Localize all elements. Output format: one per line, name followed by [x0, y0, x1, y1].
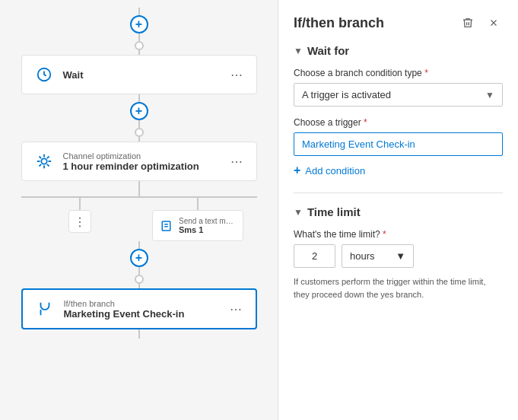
condition-type-value: A trigger is activated: [302, 89, 391, 100]
section-divider: [294, 192, 503, 193]
sms-icon: [160, 218, 174, 234]
wait-step-dots[interactable]: ⋯: [227, 66, 246, 84]
wait-step-card: Wait ⋯: [21, 55, 257, 94]
trigger-input[interactable]: [294, 132, 503, 156]
connector-line-3: [138, 94, 140, 102]
wait-card-left: Wait: [33, 63, 84, 86]
branch-step-title: If/then branch: [64, 299, 185, 308]
branch-card-text: If/then branch Marketing Event Check-in: [64, 299, 185, 320]
time-description: If customers perform the trigger within …: [294, 275, 503, 301]
channel-card-text: Channel optimization 1 hour reminder opt…: [63, 151, 199, 172]
time-limit-chevron[interactable]: ▼: [294, 207, 303, 218]
channel-step-name: 1 hour reminder optimization: [63, 161, 199, 172]
branch-col-right: Send a text mess Sms 1: [139, 198, 257, 241]
wait-for-section: ▼ Wait for Choose a branch condition typ…: [294, 44, 503, 177]
branch-step-name: Marketing Event Check-in: [64, 308, 185, 320]
connector-circle-2: [135, 128, 144, 137]
trigger-label: Choose a trigger *: [294, 117, 503, 128]
channel-step-title: Channel optimization: [63, 151, 199, 161]
time-limit-section: ▼ Time limit What's the time limit? * ho…: [294, 205, 503, 301]
condition-type-dropdown[interactable]: A trigger is activated ▼: [294, 83, 503, 107]
v-branch-right: [197, 198, 199, 210]
trigger-required: *: [364, 117, 367, 128]
time-number-input[interactable]: [294, 244, 335, 268]
channel-optimization-card: Channel optimization 1 hour reminder opt…: [21, 142, 257, 181]
left-panel: + Wait ⋯ +: [0, 0, 278, 420]
condition-type-label: Choose a branch condition type *: [294, 68, 503, 78]
time-limit-header: ▼ Time limit: [294, 205, 503, 218]
right-panel-title: If/then branch: [294, 15, 384, 31]
branch-card-left: If/then branch Marketing Event Check-in: [33, 298, 185, 320]
connector-line-4: [138, 120, 140, 128]
branch-area: ⋯ Send: [21, 181, 257, 241]
add-button-3[interactable]: +: [130, 249, 148, 267]
clock-icon: [33, 63, 56, 86]
branch-dots-button[interactable]: ⋯: [68, 210, 91, 233]
connector-circle-3: [135, 275, 144, 284]
svg-point-1: [41, 158, 46, 164]
delete-button[interactable]: [459, 14, 477, 32]
wait-for-header: ▼ Wait for: [294, 44, 503, 57]
add-condition-button[interactable]: + Add condition: [294, 164, 365, 177]
add-button-top[interactable]: +: [130, 15, 148, 33]
close-button[interactable]: [485, 14, 503, 32]
channel-step-dots[interactable]: ⋯: [227, 153, 246, 170]
time-unit-value: hours: [350, 250, 375, 262]
right-panel-header: If/then branch: [294, 14, 503, 32]
if-then-branch-card: If/then branch Marketing Event Check-in …: [21, 288, 257, 329]
add-condition-plus-icon: +: [294, 164, 300, 177]
time-limit-required: *: [383, 229, 386, 240]
branch-col-left: ⋯: [21, 198, 139, 241]
optimization-icon: [33, 150, 56, 173]
sms-mini-card: Send a text mess Sms 1: [152, 210, 243, 241]
right-panel: If/then branch ▼ Wait for: [278, 0, 518, 420]
header-icons: [459, 14, 503, 32]
connector-line-1: [138, 33, 140, 41]
channel-card-left: Channel optimization 1 hour reminder opt…: [33, 150, 199, 173]
sms-card-title: Send a text mess: [179, 217, 236, 225]
time-limit-title: Time limit: [307, 205, 361, 218]
condition-type-required: *: [424, 68, 428, 78]
wait-for-chevron[interactable]: ▼: [294, 46, 303, 56]
branch-dots-icon: ⋯: [73, 215, 87, 228]
flow-container: + Wait ⋯ +: [0, 0, 278, 339]
wait-step-name: Wait: [63, 69, 84, 81]
time-limit-question-label: What's the time limit? *: [294, 229, 503, 240]
add-condition-label: Add condition: [305, 165, 365, 177]
branch-step-dots[interactable]: ⋯: [227, 301, 245, 318]
time-unit-arrow: ▼: [396, 250, 405, 262]
time-unit-dropdown[interactable]: hours ▼: [342, 244, 414, 268]
time-input-row: hours ▼: [294, 244, 503, 268]
v-line-bottom2: [138, 267, 140, 275]
connector-line-top: [138, 8, 140, 15]
v-line-branch: [138, 181, 140, 196]
connector-circle-1: [135, 41, 144, 50]
add-button-2[interactable]: +: [130, 102, 148, 120]
wait-for-title: Wait for: [307, 44, 349, 57]
condition-type-arrow: ▼: [485, 90, 494, 100]
branch-cols: ⋯ Send: [21, 198, 257, 241]
sms-card-name: Sms 1: [179, 225, 236, 234]
v-branch-left: [79, 198, 81, 210]
branch-icon: [33, 298, 56, 320]
sms-card-text: Send a text mess Sms 1: [179, 217, 236, 234]
v-line-end: [138, 329, 140, 339]
v-line-bottom1: [138, 241, 140, 249]
